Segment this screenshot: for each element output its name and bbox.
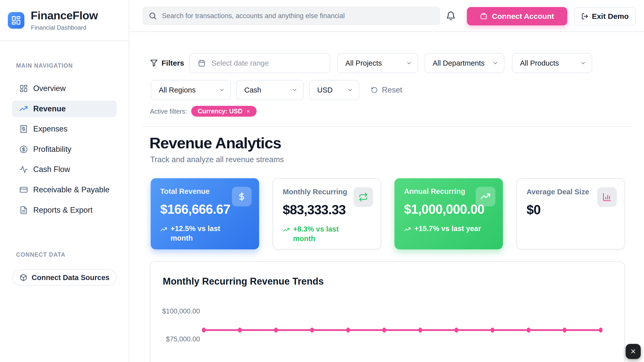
connect-account-button[interactable]: Connect Account bbox=[467, 7, 567, 25]
dashboard-grid-icon bbox=[19, 84, 28, 93]
connect-data-sources-button[interactable]: Connect Data Sources bbox=[12, 269, 117, 286]
connect-data-sources-label: Connect Data Sources bbox=[32, 274, 109, 282]
credit-card-icon bbox=[19, 186, 28, 194]
bell-icon bbox=[446, 11, 456, 21]
app-title: FinanceFlow bbox=[31, 9, 98, 22]
trending-up-icon bbox=[404, 226, 411, 233]
sidebar-item-reports-export[interactable]: Reports & Export bbox=[12, 202, 117, 218]
package-cube-icon bbox=[20, 274, 27, 281]
projects-filter-dropdown[interactable]: All Projects bbox=[337, 53, 418, 73]
active-filter-chip-text: Currency: USD bbox=[198, 108, 243, 115]
reset-label: Reset bbox=[382, 85, 402, 95]
chevron-down-icon bbox=[347, 87, 353, 93]
active-filter-chip-currency[interactable]: Currency: USD × bbox=[191, 106, 257, 117]
calendar-icon bbox=[198, 59, 206, 67]
sidebar-item-label: Overview bbox=[33, 84, 66, 93]
kpi-delta: +12.5% vs last month bbox=[160, 224, 250, 243]
activity-pulse-icon bbox=[19, 165, 28, 174]
circle-dollar-icon bbox=[19, 145, 28, 154]
date-range-input[interactable] bbox=[211, 59, 319, 68]
main-navigation-label: MAIN NAVIGATION bbox=[16, 62, 73, 69]
chevron-down-icon bbox=[580, 60, 586, 66]
products-filter-value: All Products bbox=[520, 59, 559, 67]
mrr-trends-panel: Monthly Recurring Revenue Trends $100,00… bbox=[150, 261, 625, 362]
notifications-button[interactable] bbox=[445, 11, 456, 22]
app-subtitle: Financial Dashboard bbox=[31, 24, 86, 31]
sidebar-item-cash-flow[interactable]: Cash Flow bbox=[12, 161, 117, 178]
brand-header: FinanceFlow Financial Dashboard bbox=[0, 0, 129, 41]
kpi-card-annual-recurring: Annual Recurring $1,000,000.00 +15.7% vs… bbox=[394, 178, 503, 249]
sidebar-item-receivable-payable[interactable]: Receivable & Payable bbox=[12, 182, 117, 198]
rotate-ccw-icon bbox=[371, 86, 378, 94]
bar-chart-icon bbox=[597, 187, 617, 207]
products-filter-dropdown[interactable]: All Products bbox=[512, 53, 592, 73]
chevron-down-icon bbox=[406, 60, 412, 66]
reset-filters-button[interactable]: Reset bbox=[369, 80, 404, 100]
trending-up-icon bbox=[476, 187, 495, 206]
kpi-card-total-revenue: Total Revenue $166,666.67 +12.5% vs last… bbox=[151, 178, 259, 249]
receipt-icon bbox=[19, 125, 28, 133]
page-subtitle: Track and analyze all revenue streams bbox=[150, 155, 284, 164]
filter-funnel-icon bbox=[150, 59, 158, 67]
mrr-line-chart bbox=[150, 262, 625, 362]
regions-filter-dropdown[interactable]: All Regions bbox=[151, 80, 231, 100]
method-filter-dropdown[interactable]: Cash bbox=[236, 80, 304, 100]
file-text-icon bbox=[19, 206, 28, 214]
sidebar-item-label: Expenses bbox=[33, 124, 67, 133]
kpi-card-average-deal-size: Average Deal Size $0 bbox=[516, 178, 625, 249]
close-button[interactable]: × bbox=[626, 344, 641, 359]
repeat-icon bbox=[353, 187, 373, 207]
sidebar-item-profitability[interactable]: Profitability bbox=[12, 141, 117, 158]
sidebar-item-label: Receivable & Payable bbox=[33, 185, 109, 194]
kpi-delta: +8.3% vs last month bbox=[283, 224, 372, 243]
trending-up-icon bbox=[283, 227, 290, 234]
kpi-delta: +15.7% vs last year bbox=[404, 224, 494, 233]
sidebar-item-label: Profitability bbox=[33, 145, 71, 154]
chevron-down-icon bbox=[219, 87, 225, 93]
sidebar-item-label: Cash Flow bbox=[33, 165, 70, 174]
exit-demo-button[interactable]: Exit Demo bbox=[574, 7, 636, 25]
connect-data-label: CONNECT DATA bbox=[16, 251, 65, 258]
sidebar-item-overview[interactable]: Overview bbox=[12, 80, 117, 97]
logout-icon bbox=[581, 13, 588, 20]
sidebar-item-label: Reports & Export bbox=[33, 206, 93, 215]
filters-label: Filters bbox=[162, 53, 184, 73]
chip-close-icon[interactable]: × bbox=[247, 108, 250, 115]
departments-filter-value: All Departments bbox=[433, 59, 485, 67]
topbar: Connect Account Exit Demo bbox=[129, 0, 644, 32]
search-input[interactable] bbox=[142, 7, 440, 25]
regions-filter-value: All Regions bbox=[159, 86, 196, 94]
active-filters-label: Active filters: bbox=[150, 106, 187, 116]
projects-filter-value: All Projects bbox=[345, 59, 382, 67]
trending-up-icon bbox=[19, 105, 28, 113]
connect-account-label: Connect Account bbox=[492, 12, 554, 21]
trending-up-icon bbox=[160, 226, 167, 233]
method-filter-value: Cash bbox=[244, 86, 261, 94]
sidebar-item-expenses[interactable]: Expenses bbox=[12, 121, 117, 137]
sidebar: FinanceFlow Financial Dashboard MAIN NAV… bbox=[0, 0, 129, 362]
search-box bbox=[142, 7, 440, 25]
dollar-sign-icon bbox=[232, 187, 252, 206]
chevron-down-icon bbox=[492, 60, 498, 66]
kpi-card-monthly-recurring: Monthly Recurring $83,333.33 +8.3% vs la… bbox=[273, 178, 381, 249]
page-title: Revenue Analytics bbox=[149, 134, 281, 152]
exit-demo-label: Exit Demo bbox=[592, 12, 629, 21]
date-range-field[interactable] bbox=[189, 53, 330, 73]
sidebar-item-label: Revenue bbox=[33, 104, 66, 113]
section-divider bbox=[142, 126, 632, 127]
currency-filter-value: USD bbox=[317, 86, 333, 94]
chevron-down-icon bbox=[292, 87, 298, 93]
sidebar-item-revenue[interactable]: Revenue bbox=[12, 101, 117, 117]
departments-filter-dropdown[interactable]: All Departments bbox=[425, 53, 504, 73]
wallet-icon bbox=[480, 13, 488, 20]
app-logo-icon bbox=[8, 12, 24, 29]
currency-filter-dropdown[interactable]: USD bbox=[309, 80, 359, 100]
